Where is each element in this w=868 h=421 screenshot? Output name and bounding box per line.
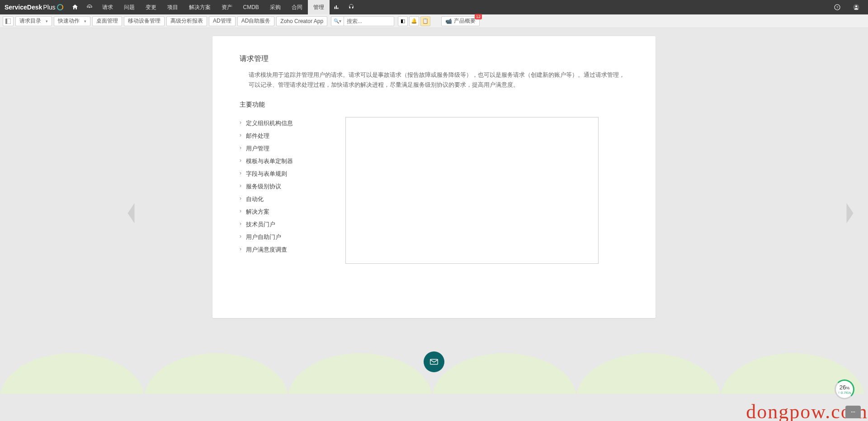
feature-item-4[interactable]: 字段与表单规则 [240, 168, 335, 180]
ad-mgmt-button[interactable]: AD管理 [209, 16, 236, 26]
notification-icon[interactable]: 🔔 [409, 16, 419, 26]
svg-rect-6 [430, 360, 438, 365]
reports-icon[interactable] [330, 0, 344, 14]
svg-point-3 [855, 5, 857, 7]
feature-item-0[interactable]: 定义组织机构信息 [240, 117, 335, 130]
quick-action-dropdown[interactable]: 快速动作 [54, 16, 90, 26]
svg-point-9 [854, 412, 855, 412]
nav-item-0[interactable]: 请求 [97, 0, 118, 14]
card-title: 请求管理 [240, 54, 628, 64]
badge-count: 12 [475, 14, 482, 19]
toolbar: 请求目录 快速动作 桌面管理 移动设备管理 高级分析报表 AD管理 AD自助服务… [0, 14, 868, 28]
feature-item-8[interactable]: 技术员门户 [240, 218, 335, 231]
logo-swirl-icon [57, 4, 63, 10]
svg-point-8 [853, 412, 854, 412]
product-overview-button[interactable]: 📹 产品概要 12 [441, 16, 480, 26]
zoho-creator-button[interactable]: Zoho Creator App [276, 16, 327, 26]
feature-item-1[interactable]: 邮件处理 [240, 130, 335, 142]
request-catalog-dropdown[interactable]: 请求目录 [15, 16, 52, 26]
search-input[interactable] [344, 17, 394, 26]
mobile-mgmt-button[interactable]: 移动设备管理 [124, 16, 165, 26]
svg-rect-5 [5, 19, 7, 24]
net-speed: ↑ 0.7K/s [838, 391, 851, 395]
nav-item-3[interactable]: 项目 [162, 0, 184, 14]
recent-icon[interactable]: ◧ [398, 16, 408, 26]
feature-item-3[interactable]: 模板与表单定制器 [240, 155, 335, 168]
home-icon[interactable] [68, 0, 82, 14]
dashboard-icon[interactable] [82, 0, 97, 14]
user-icon[interactable] [849, 0, 863, 14]
feature-item-10[interactable]: 用户满意度调查 [240, 243, 335, 256]
product-overview-label: 产品概要 [454, 17, 476, 25]
toolbar-icon-group: ◧ 🔔 📋 [398, 16, 430, 26]
content-wrap: 请求管理 请求模块用于追踪并管理用户的请求。请求可以是事故请求（报告故障或服务降… [0, 28, 868, 421]
nav-items: 请求问题变更项目解决方案资产CMDB采购合同管理 [97, 0, 330, 14]
preview-box [345, 117, 599, 264]
feature-item-5[interactable]: 服务级别协议 [240, 180, 335, 193]
nav-item-1[interactable]: 问题 [118, 0, 140, 14]
network-widget[interactable]: 26% ↑ 0.7K/s [835, 379, 854, 399]
search-box: 🔍▾ [331, 16, 394, 26]
desktop-mgmt-button[interactable]: 桌面管理 [92, 16, 122, 26]
net-percent: 26% [840, 384, 849, 391]
card: 请求管理 请求模块用于追踪并管理用户的请求。请求可以是事故请求（报告故障或服务降… [212, 36, 656, 318]
nav-item-2[interactable]: 变更 [140, 0, 162, 14]
feature-item-6[interactable]: 自动化 [240, 193, 335, 206]
feature-item-2[interactable]: 用户管理 [240, 142, 335, 155]
next-arrow[interactable] [841, 200, 859, 227]
topbar: ServiceDesk Plus 请求问题变更项目解决方案资产CMDB采购合同管… [0, 0, 868, 14]
prev-arrow[interactable] [122, 200, 140, 227]
feature-item-7[interactable]: 解决方案 [240, 206, 335, 218]
svg-text:?: ? [836, 5, 838, 9]
svg-point-7 [851, 412, 852, 412]
nav-item-5[interactable]: 资产 [216, 0, 238, 14]
nav-item-6[interactable]: CMDB [238, 0, 264, 14]
logo-light: Plus [43, 4, 55, 11]
features-title: 主要功能 [240, 101, 628, 109]
nav-item-7[interactable]: 采购 [264, 0, 286, 14]
logo[interactable]: ServiceDesk Plus [5, 4, 63, 11]
search-scope-icon[interactable]: 🔍▾ [331, 17, 344, 26]
nav-item-8[interactable]: 合同 [286, 0, 308, 14]
topbar-right: ? [830, 0, 863, 14]
feature-list: 定义组织机构信息邮件处理用户管理模板与表单定制器字段与表单规则服务级别协议自动化… [240, 117, 335, 264]
chat-icon[interactable] [845, 406, 861, 418]
card-body: 定义组织机构信息邮件处理用户管理模板与表单定制器字段与表单规则服务级别协议自动化… [240, 117, 628, 264]
help-icon[interactable]: ? [830, 0, 844, 14]
nav-item-9[interactable]: 管理 [308, 0, 330, 14]
logo-bold: ServiceDesk [5, 4, 42, 11]
feature-item-9[interactable]: 用户自助门户 [240, 231, 335, 243]
card-description: 请求模块用于追踪并管理用户的请求。请求可以是事故请求（报告故障或服务降级等），也… [249, 70, 628, 90]
support-icon[interactable] [344, 0, 359, 14]
ad-selfservice-button[interactable]: AD自助服务 [237, 16, 275, 26]
mail-button[interactable] [424, 351, 444, 372]
sidebar-toggle-icon[interactable] [3, 16, 14, 26]
calendar-icon[interactable]: 📋 [420, 16, 430, 26]
nav-item-4[interactable]: 解决方案 [184, 0, 216, 14]
analytics-button[interactable]: 高级分析报表 [166, 16, 207, 26]
